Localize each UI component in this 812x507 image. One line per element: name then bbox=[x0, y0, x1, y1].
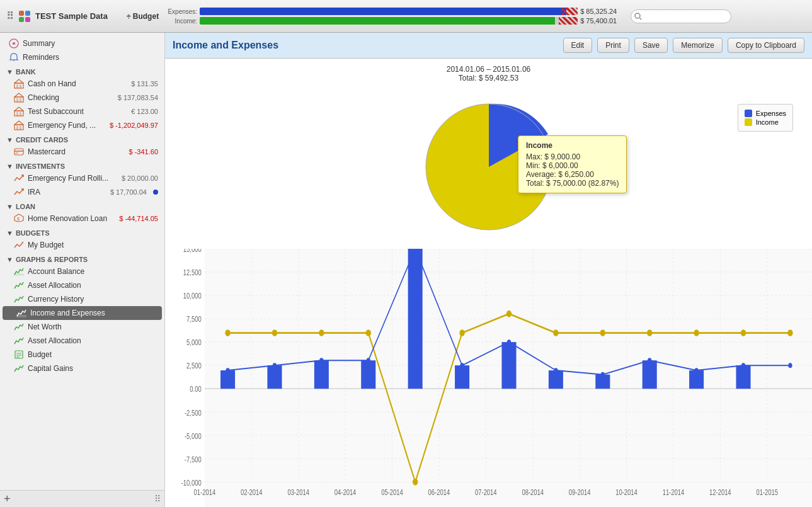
loan-icon: $ bbox=[14, 214, 24, 224]
sidebar-item-loan[interactable]: $ Home Renovation Loan $ -44,714.05 bbox=[0, 212, 164, 225]
sidebar-item-checking[interactable]: Checking $ 137,083.54 bbox=[0, 91, 164, 105]
svg-point-96 bbox=[226, 368, 229, 373]
income-label: Income: bbox=[163, 18, 197, 25]
svg-rect-3 bbox=[25, 17, 30, 22]
sidebar-item-mybudget[interactable]: My Budget bbox=[0, 238, 164, 252]
svg-text:-5,000: -5,000 bbox=[185, 431, 202, 440]
search-input[interactable] bbox=[631, 9, 731, 23]
memorize-button[interactable]: Memorize bbox=[673, 38, 723, 53]
expenses-stripes bbox=[562, 8, 578, 15]
sidebar-bottom: + ⠿ bbox=[0, 490, 164, 507]
section-investments[interactable]: ▼ INVESTMENTS bbox=[0, 159, 164, 171]
svg-rect-19 bbox=[16, 112, 18, 116]
budget-label[interactable]: ÷ Budget bbox=[127, 12, 159, 21]
chart-title: 2014.01.06 – 2015.01.06 Total: $ 59,492.… bbox=[165, 59, 812, 85]
svg-point-97 bbox=[273, 363, 277, 368]
ira-value: $ 17,700.04 bbox=[110, 188, 147, 196]
sidebar-resize-handle[interactable]: ⠿ bbox=[154, 494, 161, 504]
sidebar-item-reminders[interactable]: Reminders bbox=[0, 50, 164, 64]
svg-text:-2,500: -2,500 bbox=[185, 408, 202, 416]
sidebar: Summary Reminders ▼ BANK Cash on Hand $ … bbox=[0, 33, 165, 507]
chart-area: 2014.01.06 – 2015.01.06 Total: $ 59,492.… bbox=[165, 59, 812, 507]
sidebar-item-networth[interactable]: Net Worth bbox=[0, 320, 164, 334]
section-bank[interactable]: ▼ BANK bbox=[0, 64, 164, 77]
section-budgets[interactable]: ▼ BUDGETS bbox=[0, 225, 164, 238]
svg-marker-18 bbox=[14, 107, 23, 111]
expenses-fill bbox=[200, 8, 566, 15]
section-graphs[interactable]: ▼ GRAPHS & REPORTS bbox=[0, 252, 164, 265]
copy-clipboard-button[interactable]: Copy to Clipboard bbox=[728, 38, 804, 53]
sidebar-item-capital-gains[interactable]: Capital Gains bbox=[0, 362, 164, 375]
svg-text:12-2014: 12-2014 bbox=[709, 488, 731, 496]
tooltip-min: Min: $ 6,000.00 bbox=[526, 161, 619, 170]
income-fill bbox=[200, 17, 555, 25]
sidebar-item-currency[interactable]: Currency History bbox=[0, 292, 164, 306]
capital-gains-icon bbox=[14, 363, 24, 373]
sidebar-item-summary[interactable]: Summary bbox=[0, 37, 164, 50]
drag-handle-icon[interactable]: ⠿ bbox=[6, 10, 14, 22]
income-legend-dot bbox=[745, 118, 752, 126]
asset-alloc2-label: Asset Allocation bbox=[28, 336, 158, 345]
budget-report-icon bbox=[14, 350, 24, 360]
income-expenses-icon bbox=[16, 308, 26, 318]
section-loan[interactable]: ▼ LOAN bbox=[0, 199, 164, 212]
svg-rect-17 bbox=[14, 111, 23, 116]
currency-icon bbox=[14, 294, 24, 304]
svg-rect-13 bbox=[14, 97, 23, 102]
svg-point-4 bbox=[635, 13, 640, 18]
income-tooltip: Income Max: $ 9,000.00 Min: $ 6,000.00 A… bbox=[518, 135, 627, 193]
networth-label: Net Worth bbox=[28, 322, 158, 331]
section-credit-arrow: ▼ bbox=[6, 136, 13, 144]
app-logo-icon bbox=[18, 9, 31, 23]
svg-rect-1 bbox=[25, 11, 30, 16]
svg-text:-7,500: -7,500 bbox=[185, 455, 202, 463]
save-button[interactable]: Save bbox=[634, 38, 668, 53]
section-investments-arrow: ▼ bbox=[6, 162, 13, 170]
sidebar-item-emergency[interactable]: Emergency Fund, ... $ -1,202,049.97 bbox=[0, 118, 164, 132]
reminders-icon bbox=[9, 52, 19, 62]
report-title: Income and Expenses bbox=[173, 40, 558, 51]
sidebar-item-efund[interactable]: Emergency Fund Rolli... $ 20,000.00 bbox=[0, 171, 164, 185]
sidebar-item-ira[interactable]: IRA $ 17,700.04 bbox=[0, 185, 164, 199]
income-stripes bbox=[559, 17, 578, 25]
svg-rect-20 bbox=[20, 112, 21, 116]
print-button[interactable]: Print bbox=[597, 38, 629, 53]
sidebar-item-subaccount[interactable]: Test Subaccount € 123.00 bbox=[0, 105, 164, 118]
section-credit-label: CREDIT CARDS bbox=[16, 136, 68, 144]
asset-alloc1-label: Asset Allocation bbox=[28, 281, 158, 290]
sidebar-item-mastercard[interactable]: Mastercard $ -341.60 bbox=[0, 145, 164, 159]
svg-point-89 bbox=[506, 310, 512, 317]
bar-line-chart: 15,000 12,500 10,000 7,500 5,000 2,500 0… bbox=[165, 249, 812, 507]
svg-rect-23 bbox=[16, 126, 18, 130]
sidebar-item-budget-report[interactable]: Budget bbox=[0, 348, 164, 362]
sidebar-item-asset-alloc2[interactable]: Asset Allocation bbox=[0, 334, 164, 348]
report-header: Income and Expenses Edit Print Save Memo… bbox=[165, 33, 812, 59]
edit-button[interactable]: Edit bbox=[563, 38, 593, 53]
svg-rect-11 bbox=[16, 84, 18, 88]
income-value: $ 75,400.01 bbox=[580, 17, 624, 25]
expenses-bar-row: Expenses: $ 85,325.24 bbox=[163, 8, 624, 15]
section-budgets-arrow: ▼ bbox=[6, 229, 13, 237]
svg-point-103 bbox=[554, 368, 558, 373]
legend-income: Income bbox=[745, 118, 786, 126]
add-button[interactable]: + bbox=[4, 493, 11, 504]
svg-point-91 bbox=[600, 329, 605, 336]
svg-point-95 bbox=[787, 329, 792, 336]
sidebar-item-income-expenses[interactable]: Income and Expenses bbox=[3, 306, 162, 320]
income-legend-label: Income bbox=[756, 118, 779, 126]
main-layout: Summary Reminders ▼ BANK Cash on Hand $ … bbox=[0, 33, 812, 507]
sidebar-item-cash[interactable]: Cash on Hand $ 131.35 bbox=[0, 77, 164, 91]
sidebar-item-asset-alloc1[interactable]: Asset Allocation bbox=[0, 278, 164, 292]
subaccount-label: Test Subaccount bbox=[28, 107, 127, 116]
section-investments-label: INVESTMENTS bbox=[16, 162, 65, 170]
sidebar-item-account-balance[interactable]: Account Balance bbox=[0, 265, 164, 278]
svg-text:05-2014: 05-2014 bbox=[381, 488, 403, 496]
cash-label: Cash on Hand bbox=[28, 79, 127, 88]
emergency-label: Emergency Fund, ... bbox=[28, 121, 106, 130]
svg-rect-74 bbox=[361, 360, 375, 389]
section-credit[interactable]: ▼ CREDIT CARDS bbox=[0, 132, 164, 145]
svg-text:09-2014: 09-2014 bbox=[569, 488, 591, 496]
svg-point-92 bbox=[647, 329, 652, 336]
svg-point-90 bbox=[553, 329, 558, 336]
svg-text:12,500: 12,500 bbox=[183, 268, 202, 276]
